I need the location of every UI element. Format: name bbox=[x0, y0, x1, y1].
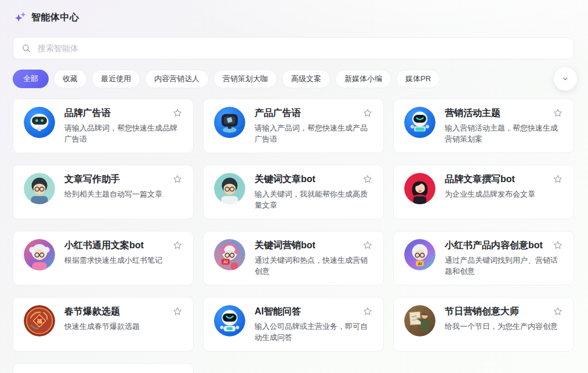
favorite-button[interactable] bbox=[362, 306, 373, 317]
favorite-button[interactable] bbox=[172, 174, 183, 184]
agent-card-1[interactable]: 产品广告语 请输入产品词，帮您快速生成产品广告语 bbox=[203, 99, 384, 153]
agent-description: 为企业生成品牌发布会文章 bbox=[445, 189, 563, 200]
svg-text:AI: AI bbox=[418, 261, 422, 266]
agent-card-6[interactable]: 小红书通用文案bot 根据需求快速生成小红书笔记 bbox=[13, 231, 194, 285]
avatar-robot-dark-icon bbox=[214, 107, 245, 138]
svg-text:AI: AI bbox=[223, 259, 227, 265]
agent-description: 输入公司品牌或主营业务，即可自动生成问答 bbox=[255, 321, 373, 343]
star-outline-icon bbox=[553, 310, 563, 318]
agent-card-11[interactable]: 节日营销创意大师 给我一个节日，为您生产内容创意 bbox=[393, 297, 574, 352]
star-outline-icon bbox=[362, 244, 373, 252]
avatar-kid-3d-icon: AI bbox=[404, 239, 435, 270]
star-outline-icon bbox=[553, 111, 563, 120]
favorite-button[interactable] bbox=[362, 174, 373, 184]
filter-chip-5[interactable]: 高级文案 bbox=[282, 70, 331, 88]
agent-card-9[interactable]: 福 春节爆款选题 快速生成春节爆款选题 bbox=[13, 297, 194, 352]
star-outline-icon bbox=[362, 111, 373, 120]
agent-description: 快速生成春节爆款选题 bbox=[64, 321, 183, 332]
favorite-button[interactable] bbox=[553, 240, 563, 251]
favorite-button[interactable] bbox=[172, 306, 183, 317]
favorite-button[interactable] bbox=[553, 108, 563, 118]
agent-title: 产品广告语 bbox=[255, 107, 301, 119]
agent-card-7[interactable]: AI 关键词营销bot 通过关键词和热点，快速生成营销创意 bbox=[203, 231, 384, 285]
avatar-painter-icon bbox=[404, 305, 435, 336]
filter-chip-1[interactable]: 收藏 bbox=[53, 70, 87, 88]
agent-description: 输入关键词，我就能帮你生成高质量文章 bbox=[255, 189, 373, 211]
avatar-cny-emblem-icon: 福 bbox=[24, 305, 55, 336]
agent-card-partial[interactable] bbox=[13, 363, 194, 373]
filter-chip-4[interactable]: 营销策划大咖 bbox=[213, 70, 277, 88]
avatar-robot-round-icon bbox=[214, 305, 245, 336]
agent-title: 节日营销创意大师 bbox=[445, 305, 519, 318]
page-title: 智能体中心 bbox=[31, 12, 79, 24]
expand-filters-button[interactable] bbox=[554, 67, 577, 90]
agent-title: 品牌文章撰写bot bbox=[445, 173, 515, 186]
agent-description: 通过关键词和热点，快速生成营销创意 bbox=[255, 255, 373, 277]
agent-description: 给到相关主题自动写一篇文章 bbox=[64, 189, 183, 200]
favorite-button[interactable] bbox=[553, 306, 563, 317]
avatar-robot-astro-icon bbox=[404, 107, 435, 138]
filter-chip-3[interactable]: 内容营销达人 bbox=[145, 70, 209, 88]
agent-grid: 品牌广告语 请输入品牌词，帮您快速生成品牌广告语 产品广告语 bbox=[13, 99, 574, 373]
star-outline-icon bbox=[172, 111, 183, 120]
agent-title: 小红书通用文案bot bbox=[64, 239, 144, 252]
star-outline-icon bbox=[362, 310, 373, 318]
avatar-robot-white-icon bbox=[24, 107, 55, 138]
agent-description: 给我一个节日，为您生产内容创意 bbox=[445, 321, 563, 332]
agent-title: 关键词营销bot bbox=[255, 239, 315, 252]
agent-description: 根据需求快速生成小红书笔记 bbox=[64, 255, 183, 266]
favorite-button[interactable] bbox=[172, 108, 183, 118]
star-outline-icon bbox=[362, 178, 373, 186]
star-outline-icon bbox=[553, 178, 563, 186]
avatar-girl-ai-icon: AI bbox=[214, 239, 245, 270]
chevron-down-icon bbox=[560, 74, 571, 84]
agent-card-10[interactable]: AI智能问答 输入公司品牌或主营业务，即可自动生成问答 bbox=[203, 297, 384, 352]
agent-description: 请输入产品词，帮您快速生成产品广告语 bbox=[255, 122, 373, 144]
favorite-button[interactable] bbox=[172, 240, 183, 251]
filter-chip-6[interactable]: 新媒体小编 bbox=[335, 70, 391, 88]
agent-card-4[interactable]: 关键词文章bot 输入关键词，我就能帮你生成高质量文章 bbox=[203, 165, 384, 219]
search-input[interactable] bbox=[37, 43, 565, 53]
agent-card-8[interactable]: AI 小红书产品内容创意bot 通过产品关键词找到用户、营销话题和创意 bbox=[393, 231, 574, 285]
agent-title: 品牌广告语 bbox=[64, 107, 111, 119]
agent-title: 春节爆款选题 bbox=[64, 305, 120, 318]
agent-title: 关键词文章bot bbox=[255, 173, 315, 186]
agent-title: AI智能问答 bbox=[255, 305, 301, 318]
svg-text:福: 福 bbox=[36, 318, 42, 324]
favorite-button[interactable] bbox=[362, 108, 373, 118]
sparkles-logo-icon bbox=[14, 11, 27, 24]
star-outline-icon bbox=[172, 310, 183, 318]
avatar-woman-icon bbox=[404, 173, 435, 204]
search-icon bbox=[21, 44, 31, 53]
search-bar[interactable] bbox=[13, 37, 574, 59]
agent-title: 文章写作助手 bbox=[64, 173, 120, 186]
favorite-button[interactable] bbox=[362, 240, 373, 251]
avatar-boy-icon bbox=[24, 173, 55, 204]
agent-card-5[interactable]: 品牌文章撰写bot 为企业生成品牌发布会文章 bbox=[393, 165, 574, 219]
filter-bar: 全部收藏最近使用内容营销达人营销策划大咖高级文案新媒体小编媒体PR bbox=[13, 70, 547, 88]
avatar-girl-3d-icon bbox=[24, 239, 55, 270]
agent-description: 输入营销活动主题，帮您快速生成营销策划案 bbox=[445, 122, 563, 144]
filter-chip-0[interactable]: 全部 bbox=[13, 70, 49, 88]
filter-chip-2[interactable]: 最近使用 bbox=[92, 70, 140, 88]
filter-chip-7[interactable]: 媒体PR bbox=[396, 70, 440, 88]
agent-card-2[interactable]: 营销活动主题 输入营销活动主题，帮您快速生成营销策划案 bbox=[393, 99, 574, 153]
avatar-boy-icon bbox=[214, 173, 245, 204]
agent-description: 请输入品牌词，帮您快速生成品牌广告语 bbox=[64, 122, 183, 144]
favorite-button[interactable] bbox=[553, 174, 563, 184]
agent-description: 通过产品关键词找到用户、营销话题和创意 bbox=[445, 255, 563, 277]
agent-card-0[interactable]: 品牌广告语 请输入品牌词，帮您快速生成品牌广告语 bbox=[13, 99, 194, 153]
agent-title: 小红书产品内容创意bot bbox=[445, 239, 543, 252]
agent-title: 营销活动主题 bbox=[445, 107, 500, 119]
app-header: 智能体中心 bbox=[0, 0, 588, 24]
star-outline-icon bbox=[172, 178, 183, 186]
star-outline-icon bbox=[553, 244, 563, 252]
star-outline-icon bbox=[172, 244, 183, 252]
agent-card-3[interactable]: 文章写作助手 给到相关主题自动写一篇文章 bbox=[13, 165, 194, 219]
